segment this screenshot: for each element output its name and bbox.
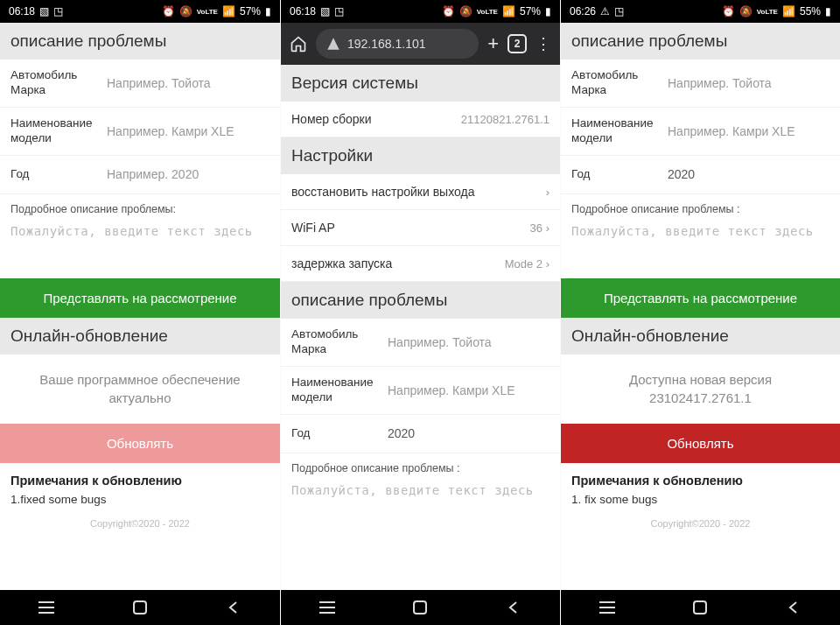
- update-message: Доступна новая версия 23102417.2761.1: [561, 355, 840, 425]
- field-label: Год: [571, 167, 668, 182]
- description-input[interactable]: Пожалуйста, введите текст здесь: [561, 221, 840, 249]
- browser-toolbar: 192.168.1.101 + 2 ⋮: [281, 23, 560, 65]
- field-placeholder: Например. Тойота: [107, 76, 270, 90]
- description-input[interactable]: Пожалуйста, введите текст здесь: [0, 221, 280, 249]
- setting-value: 36: [530, 221, 542, 235]
- description-label: Подробное описание проблемы:: [0, 194, 280, 221]
- android-navbar: [281, 590, 560, 625]
- setting-launch-delay[interactable]: задержка запуска Mode 2 ›: [281, 246, 560, 282]
- status-battery: 57%: [240, 5, 261, 18]
- update-header: Онлайн-обновление: [0, 318, 280, 355]
- browser-menu-button[interactable]: ⋮: [536, 36, 551, 52]
- image-icon: ▧: [320, 5, 330, 18]
- field-label: Год: [291, 426, 388, 441]
- svg-rect-2: [694, 601, 706, 614]
- field-make[interactable]: Автомобиль Марка Например. Тойота: [561, 60, 840, 108]
- status-time: 06:18: [290, 5, 316, 18]
- copyright: Copyright©2020 - 2022: [0, 513, 280, 532]
- android-navbar: [561, 590, 840, 625]
- browser-home-button[interactable]: [290, 35, 307, 53]
- setting-label: WiFi AP: [291, 221, 335, 235]
- recent-apps-button[interactable]: [36, 597, 57, 618]
- recent-apps-button[interactable]: [317, 597, 338, 618]
- settings-header: Настройки: [281, 137, 560, 174]
- release-notes-title: Примечания к обновлению: [0, 463, 280, 491]
- setting-wifi-ap[interactable]: WiFi AP 36 ›: [281, 210, 560, 246]
- phone-3: 06:26 ⚠ ◳ ⏰ 🔕 VoLTE 📶 55% ▮ описание про…: [560, 0, 840, 625]
- gallery-icon: ◳: [614, 5, 624, 18]
- setting-label: задержка запуска: [291, 256, 392, 270]
- home-button[interactable]: [130, 597, 150, 618]
- field-model[interactable]: Наименование модели Например. Камри XLE: [281, 367, 560, 415]
- field-placeholder: Например. Камри XLE: [107, 124, 270, 138]
- battery-icon: ▮: [825, 5, 831, 18]
- status-bar: 06:18 ▧ ◳ ⏰ 🔕 VoLTE 📶 57% ▮: [0, 0, 280, 23]
- signal-icon: 📶: [782, 5, 795, 18]
- field-label: Автомобиль Марка: [10, 68, 107, 98]
- svg-rect-1: [414, 601, 426, 614]
- field-label: Год: [10, 167, 107, 182]
- setting-label: восстановить настройки выхода: [291, 185, 474, 199]
- update-button[interactable]: Обновлять: [0, 424, 280, 463]
- setting-restore[interactable]: восстановить настройки выхода ›: [281, 174, 560, 210]
- chevron-right-icon: ›: [546, 186, 550, 199]
- home-button[interactable]: [410, 597, 430, 618]
- address-bar[interactable]: 192.168.1.101: [316, 29, 479, 59]
- chevron-right-icon: ›: [546, 221, 550, 235]
- phone-1: 06:18 ▧ ◳ ⏰ 🔕 VoLTE 📶 57% ▮ описание про…: [0, 0, 280, 625]
- setting-value: Mode 2: [505, 257, 542, 270]
- tab-count[interactable]: 2: [508, 34, 527, 53]
- field-year[interactable]: Год 2020: [281, 415, 560, 453]
- battery-icon: ▮: [265, 5, 271, 18]
- release-notes-body: 1. fix some bugs: [561, 491, 840, 513]
- field-make[interactable]: Автомобиль Марка Например. Тойота: [281, 319, 560, 367]
- submit-button[interactable]: Представлять на рассмотрение: [561, 278, 840, 318]
- back-button[interactable]: [223, 597, 244, 618]
- field-label: Автомобиль Марка: [571, 68, 668, 98]
- field-make[interactable]: Автомобиль Марка Например. Тойота: [0, 60, 280, 108]
- field-label: Наименование модели: [291, 376, 388, 405]
- description-label: Подробное описание проблемы :: [281, 453, 560, 480]
- status-bar: 06:18 ▧ ◳ ⏰ 🔕 VoLTE 📶 57% ▮: [281, 0, 560, 23]
- image-icon: ▧: [39, 5, 49, 18]
- back-button[interactable]: [783, 597, 804, 618]
- alarm-icon: ⏰: [162, 5, 175, 18]
- problem-header: описание проблемы: [281, 282, 560, 319]
- field-label: Наименование модели: [571, 116, 668, 146]
- field-model[interactable]: Наименование модели Например. Камри XLE: [0, 108, 280, 156]
- description-input[interactable]: Пожалуйста, введите текст здесь: [281, 480, 560, 508]
- warning-icon: ⚠: [600, 5, 610, 18]
- update-button[interactable]: Обновлять: [561, 424, 840, 463]
- field-year[interactable]: Год Например. 2020: [0, 156, 280, 194]
- volte-icon: VoLTE: [197, 8, 218, 16]
- field-label: Наименование модели: [10, 116, 107, 146]
- field-model[interactable]: Наименование модели Например. Камри XLE: [561, 108, 840, 156]
- recent-apps-button[interactable]: [597, 597, 618, 618]
- submit-button[interactable]: Представлять на рассмотрение: [0, 278, 280, 318]
- back-button[interactable]: [503, 597, 524, 618]
- insecure-icon: [326, 37, 340, 51]
- signal-icon: 📶: [222, 5, 235, 18]
- status-bar: 06:26 ⚠ ◳ ⏰ 🔕 VoLTE 📶 55% ▮: [561, 0, 840, 23]
- home-button[interactable]: [690, 597, 710, 618]
- field-placeholder: Например. Камри XLE: [388, 383, 550, 397]
- volte-icon: VoLTE: [757, 8, 778, 16]
- field-value: 2020: [668, 167, 830, 181]
- field-year[interactable]: Год 2020: [561, 156, 840, 194]
- mute-icon: 🔕: [459, 5, 472, 18]
- system-version-header: Версия системы: [281, 65, 560, 102]
- update-message: Ваше программное обеспечение актуально: [0, 355, 280, 425]
- new-tab-button[interactable]: +: [487, 32, 499, 55]
- build-number-row: Номер сборки 21120821.2761.1: [281, 102, 560, 137]
- description-label: Подробное описание проблемы :: [561, 194, 840, 221]
- svg-rect-0: [134, 601, 146, 614]
- alarm-icon: ⏰: [722, 5, 735, 18]
- copyright: Copyright©2020 - 2022: [561, 513, 840, 532]
- alarm-icon: ⏰: [442, 5, 455, 18]
- problem-header: описание проблемы: [0, 23, 280, 60]
- release-notes-body: 1.fixed some bugs: [0, 491, 280, 513]
- status-battery: 55%: [800, 5, 821, 18]
- build-label: Номер сборки: [291, 112, 372, 126]
- volte-icon: VoLTE: [477, 8, 498, 16]
- mute-icon: 🔕: [739, 5, 752, 18]
